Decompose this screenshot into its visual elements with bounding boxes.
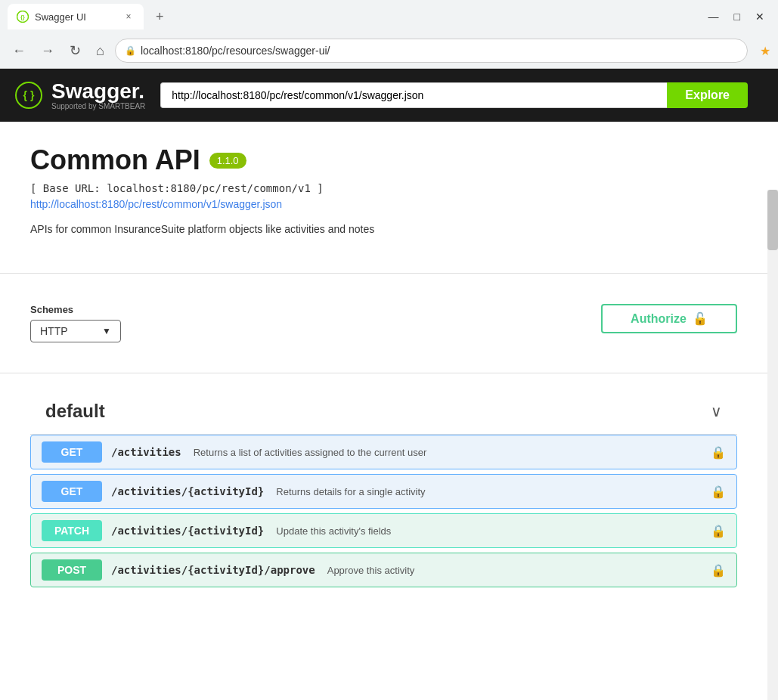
swagger-header: { } Swagger. Supported by SMARTBEAR Expl… xyxy=(0,69,778,122)
address-bar: ← → ↻ ⌂ 🔒 localhost:8180/pc/resources/sw… xyxy=(0,33,778,68)
api-version-badge: 1.1.0 xyxy=(209,153,246,169)
endpoint-row[interactable]: GET /activities Returns a list of activi… xyxy=(30,435,737,469)
bookmark-button[interactable]: ★ xyxy=(760,44,770,58)
swagger-sub: Supported by SMARTBEAR xyxy=(51,102,145,110)
swagger-icon-text: { } xyxy=(23,89,35,101)
authorize-lock-icon: 🔓 xyxy=(693,311,708,326)
endpoint-lock-icon: 🔒 xyxy=(711,563,726,578)
endpoint-path: /activities/{activityId} xyxy=(111,485,264,497)
tab-close-button[interactable]: × xyxy=(122,11,135,22)
endpoint-desc: Approve this activity xyxy=(327,565,415,576)
swagger-icon: { } xyxy=(15,82,42,109)
endpoint-desc: Returns a list of activities assigned to… xyxy=(194,447,427,458)
schemes-dropdown-arrow: ▼ xyxy=(102,326,111,336)
new-tab-button[interactable]: + xyxy=(150,6,170,28)
api-title-section: Common API 1.1.0 [ Base URL: localhost:8… xyxy=(0,122,767,258)
swagger-brand: Swagger. xyxy=(51,81,145,102)
endpoint-row[interactable]: GET /activities/{activityId} Returns det… xyxy=(30,474,737,509)
forward-button[interactable]: → xyxy=(36,40,59,62)
swagger-url-input[interactable] xyxy=(160,82,667,108)
address-url-text: localhost:8180/pc/resources/swagger-ui/ xyxy=(141,45,738,57)
section-chevron: ∨ xyxy=(711,402,722,420)
method-badge-post: POST xyxy=(42,559,102,581)
schemes-selected-value: HTTP xyxy=(40,325,68,337)
endpoint-path: /activities/{activityId}/approve xyxy=(111,564,315,576)
authorize-button[interactable]: Authorize 🔓 xyxy=(601,304,737,333)
swagger-url-bar: Explore xyxy=(160,82,748,108)
api-description: APIs for common InsuranceSuite platform … xyxy=(30,223,737,235)
swagger-favicon: {} xyxy=(17,11,29,23)
api-base-url: [ Base URL: localhost:8180/pc/rest/commo… xyxy=(30,182,737,194)
api-swagger-link[interactable]: http://localhost:8180/pc/rest/common/v1/… xyxy=(30,198,282,210)
endpoint-row[interactable]: POST /activities/{activityId}/approve Ap… xyxy=(30,553,737,587)
api-title: Common API xyxy=(30,144,200,176)
endpoints-section: default ∨ GET /activities Returns a list… xyxy=(0,389,767,587)
schemes-section: Schemes HTTP ▼ Authorize 🔓 xyxy=(0,289,767,358)
endpoint-desc: Update this activity's fields xyxy=(276,525,391,537)
endpoint-lock-icon: 🔒 xyxy=(711,524,726,538)
endpoint-path: /activities xyxy=(111,446,181,458)
scrollbar-track[interactable] xyxy=(767,190,778,700)
scrollbar-thumb[interactable] xyxy=(767,190,778,250)
window-controls: — □ ✕ xyxy=(702,8,770,26)
address-input-container[interactable]: 🔒 localhost:8180/pc/resources/swagger-ui… xyxy=(115,39,748,63)
endpoint-lock-icon: 🔒 xyxy=(711,485,726,499)
minimize-button[interactable]: — xyxy=(702,8,725,26)
divider xyxy=(0,273,767,274)
endpoint-row[interactable]: PATCH /activities/{activityId} Update th… xyxy=(30,513,737,548)
swagger-text: Swagger. Supported by SMARTBEAR xyxy=(51,81,145,110)
swagger-logo: { } Swagger. Supported by SMARTBEAR xyxy=(15,81,145,110)
endpoint-path: /activities/{activityId} xyxy=(111,525,264,537)
schemes-select[interactable]: HTTP ▼ xyxy=(30,320,121,342)
method-badge-get: GET xyxy=(42,441,102,463)
back-button[interactable]: ← xyxy=(8,40,30,62)
address-lock-icon: 🔒 xyxy=(125,45,136,56)
refresh-button[interactable]: ↻ xyxy=(65,39,85,62)
divider-2 xyxy=(0,373,767,373)
api-title-row: Common API 1.1.0 xyxy=(30,144,737,176)
section-header-default[interactable]: default ∨ xyxy=(30,389,737,435)
window-close-button[interactable]: ✕ xyxy=(749,8,770,26)
explore-button[interactable]: Explore xyxy=(667,82,748,108)
browser-tab[interactable]: {} Swagger UI × xyxy=(8,4,144,29)
method-badge-get: GET xyxy=(42,481,102,502)
schemes-label: Schemes xyxy=(30,304,121,315)
endpoint-desc: Returns details for a single activity xyxy=(276,486,425,497)
method-badge-patch: PATCH xyxy=(42,520,102,541)
section-title: default xyxy=(45,401,105,422)
svg-text:{}: {} xyxy=(20,14,25,20)
authorize-label: Authorize xyxy=(631,312,687,326)
maximize-button[interactable]: □ xyxy=(728,8,746,26)
home-button[interactable]: ⌂ xyxy=(91,40,109,62)
tab-title: Swagger UI xyxy=(35,11,116,23)
endpoint-lock-icon: 🔒 xyxy=(711,445,726,460)
schemes-container: Schemes HTTP ▼ xyxy=(30,304,121,342)
